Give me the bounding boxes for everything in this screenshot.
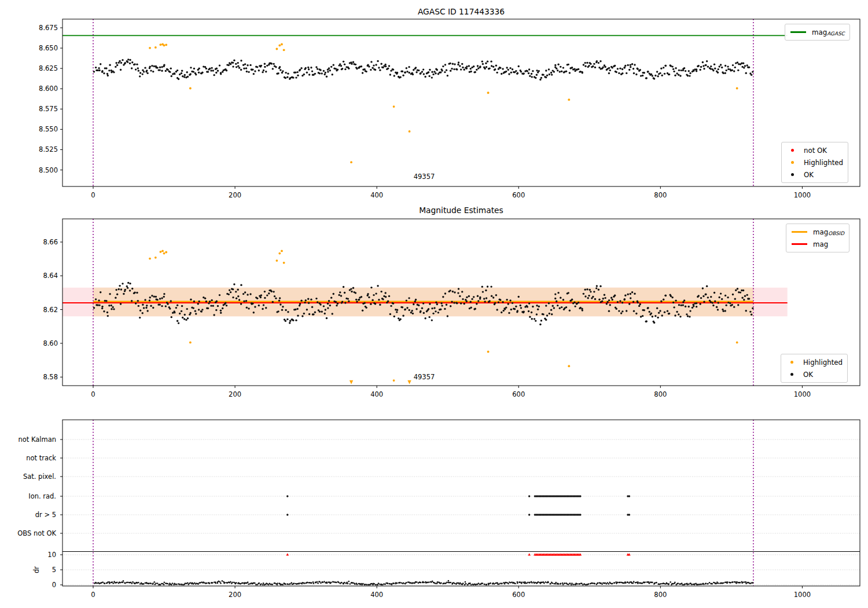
obsid-annotation-middle-plot: 49357	[401, 373, 447, 381]
legend-line-swatch-green	[790, 31, 806, 33]
x-tick-label: 200	[218, 591, 252, 599]
y-tick-label: 8.66	[28, 238, 58, 246]
flag-category-label: Sat. pixel.	[0, 473, 56, 481]
plot1-ok-scatter	[93, 58, 754, 80]
legend-label: not OK	[804, 146, 827, 155]
y-tick-label: 8.625	[23, 64, 58, 72]
dr-tick-label: 0	[35, 581, 56, 589]
x-tick-label: 800	[643, 191, 678, 199]
legend-label-subscript: OBSID	[828, 230, 844, 238]
legend-point-status-top: not OKHighlightedOK	[781, 142, 848, 183]
legend-dot-swatch-orange	[791, 161, 794, 164]
y-tick-label: 8.64	[28, 272, 58, 280]
obsid-annotation-top-plot: 49357	[401, 173, 447, 181]
legend-entry: magOBSID	[788, 226, 844, 238]
legend-entry: OK	[783, 169, 843, 181]
plot1-highlighted-scatter	[149, 43, 738, 164]
legend-entry: OK	[782, 368, 843, 380]
plots-canvas	[0, 0, 868, 608]
y-tick-label: 8.60	[28, 339, 58, 347]
x-tick-label: 600	[501, 591, 536, 599]
flags-gridlines	[62, 439, 860, 585]
x-tick-label: 1000	[785, 191, 819, 199]
flag-category-label: OBS not OK	[0, 529, 56, 537]
legend-entry: Highlighted	[782, 356, 843, 368]
x-tick-label: 1000	[785, 591, 819, 599]
x-tick-label: 400	[359, 191, 394, 199]
legend-mag-agasc: magAGASC	[785, 24, 850, 41]
flag-markers	[286, 495, 630, 515]
x-tick-label: 200	[218, 390, 252, 398]
flag-category-label: not track	[0, 454, 56, 462]
x-tick-label: 400	[359, 390, 394, 398]
legend-line-swatch-orange	[792, 231, 807, 233]
legend-label: OK	[803, 371, 813, 379]
legend-label: mag	[813, 228, 828, 236]
x-tick-label: 800	[643, 390, 678, 398]
legend-label: OK	[804, 171, 814, 179]
flag-category-label: dr > 5	[0, 511, 56, 519]
legend-entry: mag	[788, 238, 844, 250]
x-tick-label: 200	[218, 191, 252, 199]
plot-title-agasc-id: AGASC ID 117443336	[317, 7, 606, 17]
dr-tick-label: 10	[35, 551, 56, 559]
legend-mag-lines: magOBSIDmag	[786, 224, 849, 252]
y-tick-label: 8.58	[28, 373, 58, 381]
y-tick-label: 8.525	[23, 145, 58, 153]
y-tick-label: 8.550	[23, 125, 58, 133]
x-tick-label: 0	[76, 191, 111, 199]
y-tick-label: 8.675	[23, 24, 58, 32]
x-tick-label: 0	[76, 390, 111, 398]
legend-dot-swatch-black_marker	[790, 373, 793, 376]
legend-dot-swatch-black_marker	[791, 173, 794, 176]
y-tick-label: 8.575	[23, 105, 58, 113]
flag-category-label: Ion. rad.	[0, 492, 56, 500]
legend-label: mag	[812, 28, 827, 36]
x-tick-label: 400	[359, 591, 394, 599]
legend-entry: magAGASC	[786, 26, 845, 38]
x-tick-label: 1000	[785, 390, 819, 398]
x-tick-label: 600	[501, 191, 536, 199]
x-tick-label: 600	[501, 390, 536, 398]
y-tick-label: 8.500	[23, 166, 58, 174]
dr-clipped-markers	[286, 553, 630, 555]
plot2-highlighted-scatter	[149, 250, 738, 384]
agasc-mag-stats-figure: AGASC ID 117443336 Magnitude Estimates 4…	[0, 0, 868, 608]
y-tick-label: 8.600	[23, 85, 58, 93]
y-tick-label: 8.62	[28, 306, 58, 314]
legend-entry: Highlighted	[783, 156, 843, 169]
legend-dot-swatch-orange	[790, 361, 793, 364]
y-tick-label: 8.650	[23, 44, 58, 52]
legend-label: mag	[813, 240, 828, 248]
dr-tick-label: 5	[35, 566, 56, 574]
legend-label: Highlighted	[804, 159, 843, 167]
x-tick-label: 0	[76, 591, 111, 599]
legend-entry: not OK	[783, 144, 843, 156]
legend-label: Highlighted	[803, 358, 843, 367]
legend-point-status-mid: HighlightedOK	[781, 354, 848, 383]
flag-category-label: not Kalman	[0, 435, 56, 444]
legend-label-subscript: AGASC	[827, 31, 844, 38]
x-tick-label: 800	[643, 591, 678, 599]
plot-title-magnitude-estimates: Magnitude Estimates	[317, 206, 606, 215]
legend-dot-swatch-red	[791, 149, 794, 152]
legend-line-swatch-red	[792, 243, 807, 245]
